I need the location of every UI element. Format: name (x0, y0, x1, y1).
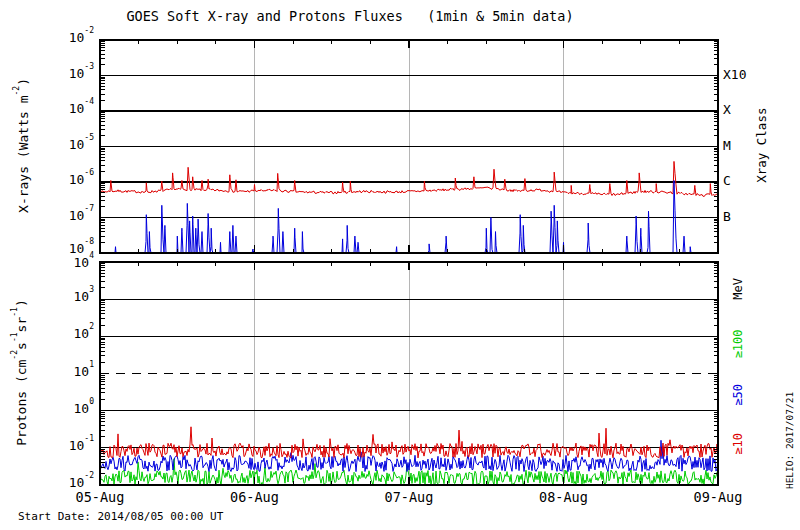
proton-y-tick-label: 101 (52, 365, 94, 380)
xray-class-label: X10 (723, 68, 773, 83)
x-tick-label: 08-Aug (529, 490, 599, 506)
xray-class-label: B (723, 210, 773, 225)
x-tick-label: 07-Aug (374, 490, 444, 506)
start-date-label: Start Date: 2014/08/05 00:00 UT (18, 511, 223, 524)
x-tick-label: 06-Aug (220, 490, 290, 506)
xray-class-label: X (723, 103, 773, 118)
xray-y-tick-label: 10-4 (46, 102, 94, 117)
xray-y-tick-label: 10-6 (46, 173, 94, 188)
helio-stamp: HELIO: 2017/07/21 (785, 365, 796, 515)
goes-flux-figure: GOES Soft X-ray and Protons Fluxes (1min… (0, 0, 800, 530)
xray-y-tick-label: 10-5 (46, 138, 94, 153)
xray-y-tick-label: 10-2 (46, 31, 94, 46)
xray-class-label: C (723, 174, 773, 189)
x-tick-label: 05-Aug (65, 490, 135, 506)
proton-y-tick-label: 100 (52, 402, 94, 417)
x-tick-label: 09-Aug (683, 490, 753, 506)
xray-y-tick-label: 10-3 (46, 67, 94, 82)
xray-axis-title: X-rays (Watts m-2) (17, 40, 32, 250)
xray-y-tick-label: 10-7 (46, 209, 94, 224)
proton-axis-title: Protons (cm-2s-1sr-1) (15, 257, 30, 487)
proton-energy-label: ≥10 (732, 409, 746, 479)
proton-y-tick-label: 103 (52, 290, 94, 305)
proton-y-tick-label: 10-1 (52, 439, 94, 454)
xray-class-label: M (723, 139, 773, 154)
plot-canvas (0, 0, 800, 530)
proton-y-tick-label: 104 (52, 256, 94, 271)
proton-y-tick-label: 102 (52, 327, 94, 342)
